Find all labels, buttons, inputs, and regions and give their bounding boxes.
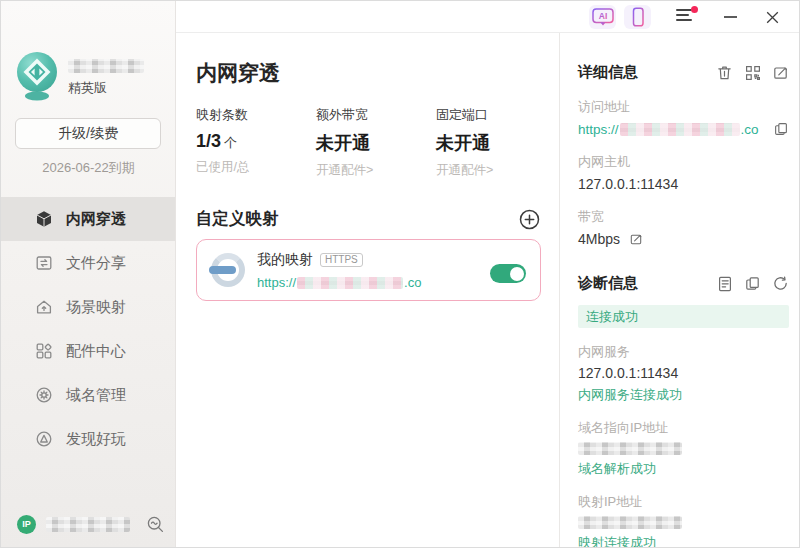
- detail-panel: 详细信息 访问地址 https:// .c: [559, 33, 799, 547]
- mapping-info: 我的映射 HTTPS https:// .co: [257, 251, 421, 290]
- notification-dot: [691, 6, 698, 13]
- network-diagnose-icon[interactable]: [146, 515, 165, 534]
- detail-header: 详细信息: [578, 63, 789, 82]
- upgrade-renew-button[interactable]: 升级/续费: [15, 118, 161, 149]
- diag-label: 内网服务: [578, 343, 789, 361]
- stat-value: 1/3: [196, 131, 221, 151]
- stat-label: 额外带宽: [316, 106, 434, 124]
- stat-extra-bandwidth: 额外带宽 未开通 开通配件>: [316, 106, 434, 179]
- delete-icon[interactable]: [716, 64, 733, 81]
- edit-bandwidth-icon[interactable]: [629, 232, 643, 246]
- sidebar-item-addons-center[interactable]: 配件中心: [1, 329, 175, 373]
- sidebar-item-label: 文件分享: [66, 254, 126, 273]
- account-section: 精英版: [15, 51, 144, 101]
- ai-icon: AI: [590, 6, 616, 29]
- diag-result: 内网服务连接成功: [578, 386, 789, 404]
- stat-label: 固定端口: [436, 106, 554, 124]
- mapping-enabled-toggle[interactable]: [490, 264, 526, 283]
- diag-result: 映射连接成功: [578, 534, 789, 548]
- detail-title: 详细信息: [578, 63, 716, 82]
- sidebar-item-domain-management[interactable]: 域名管理: [1, 373, 175, 417]
- section-title: 自定义映射: [196, 208, 519, 230]
- url-prefix: https://: [257, 275, 296, 290]
- mobile-app-button[interactable]: [624, 5, 651, 29]
- file-share-icon: [35, 254, 53, 272]
- sidebar-item-intranet-tunnel[interactable]: 内网穿透: [1, 197, 175, 241]
- bandwidth-row: 4Mbps: [578, 231, 789, 247]
- copy-icon[interactable]: [773, 121, 789, 137]
- expiry-date: 2026-06-22到期: [1, 159, 176, 177]
- browser-icon: [211, 253, 245, 287]
- sidebar-item-file-share[interactable]: 文件分享: [1, 241, 175, 285]
- cube-icon: [35, 210, 53, 228]
- copy-log-icon[interactable]: [744, 275, 761, 292]
- sidebar-item-label: 内网穿透: [66, 210, 126, 229]
- protocol-tag: HTTPS: [320, 253, 363, 267]
- url-prefix: https://: [578, 122, 619, 137]
- app-window: 精英版 升级/续费 2026-06-22到期 内网穿透 文件分享: [0, 0, 800, 548]
- sidebar-item-label: 域名管理: [66, 386, 126, 405]
- stat-sub: 已使用/总: [196, 159, 314, 176]
- ip-address-blurred: [46, 517, 130, 532]
- sidebar-item-scene-mapping[interactable]: 场景映射: [1, 285, 175, 329]
- mapping-card[interactable]: 我的映射 HTTPS https:// .co: [196, 239, 541, 301]
- house-arrow-icon: [35, 298, 53, 316]
- qr-code-icon[interactable]: [744, 64, 761, 81]
- app-logo-icon: [15, 51, 59, 101]
- url-suffix: .co: [741, 122, 759, 137]
- compass-a-icon: [35, 430, 53, 448]
- close-button[interactable]: [764, 9, 781, 26]
- connection-status-banner: 连接成功: [578, 305, 789, 328]
- stats-row: 映射条数 1/3个 已使用/总 额外带宽 未开通 开通配件> 固定端口 未开通 …: [196, 106, 559, 179]
- mapping-ip-blurred: [578, 516, 682, 529]
- sidebar-menu: 内网穿透 文件分享 场景映射: [1, 197, 175, 461]
- ip-badge: IP: [17, 515, 36, 534]
- edit-icon[interactable]: [772, 64, 789, 81]
- title-bar: AI: [176, 1, 799, 33]
- intranet-host-value: 127.0.0.1:11434: [578, 176, 789, 192]
- custom-mapping-header: 自定义映射: [196, 208, 540, 230]
- access-address-label: 访问地址: [578, 98, 789, 116]
- page-title: 内网穿透: [196, 59, 559, 87]
- bandwidth-label: 带宽: [578, 208, 789, 226]
- add-mapping-button[interactable]: [519, 209, 540, 230]
- diag-label: 映射IP地址: [578, 493, 789, 511]
- stat-value: 未开通: [436, 131, 554, 155]
- blocks-icon: [35, 342, 53, 360]
- diagnosis-header: 诊断信息: [578, 274, 789, 293]
- diag-label: 域名指向IP地址: [578, 419, 789, 437]
- url-blurred: [297, 277, 403, 289]
- main-menu-button[interactable]: [676, 9, 696, 25]
- sidebar: 精英版 升级/续费 2026-06-22到期 内网穿透 文件分享: [1, 1, 176, 547]
- sidebar-item-label: 配件中心: [66, 342, 126, 361]
- phone-icon: [625, 6, 651, 29]
- minimize-icon: [724, 16, 737, 18]
- access-url-blurred: [620, 123, 740, 136]
- sidebar-item-label: 场景映射: [66, 298, 126, 317]
- report-icon[interactable]: [716, 275, 733, 292]
- access-address-row: https:// .co: [578, 121, 789, 137]
- url-suffix: .co: [404, 275, 421, 290]
- edition-label: 精英版: [68, 79, 144, 97]
- main-content: 内网穿透 映射条数 1/3个 已使用/总 额外带宽 未开通 开通配件> 固定端口…: [177, 33, 559, 547]
- sidebar-footer: IP: [17, 514, 165, 534]
- stat-label: 映射条数: [196, 106, 314, 124]
- mapping-url[interactable]: https:// .co: [257, 275, 421, 290]
- minimize-button[interactable]: [724, 7, 738, 27]
- diagnosis-item-service: 内网服务 127.0.0.1:11434 内网服务连接成功: [578, 343, 789, 404]
- account-name-blurred: [68, 59, 144, 73]
- ai-assistant-button[interactable]: AI: [589, 5, 616, 29]
- stat-sub-link[interactable]: 开通配件>: [316, 162, 434, 179]
- sidebar-item-label: 发现好玩: [66, 430, 126, 449]
- stat-unit: 个: [224, 135, 237, 150]
- ai-icon-label: AI: [598, 11, 607, 21]
- bandwidth-value: 4Mbps: [578, 231, 620, 247]
- diag-value: 127.0.0.1:11434: [578, 365, 789, 381]
- sidebar-item-discover[interactable]: 发现好玩: [1, 417, 175, 461]
- stat-value: 未开通: [316, 131, 434, 155]
- stat-sub-link[interactable]: 开通配件>: [436, 162, 554, 179]
- intranet-host-label: 内网主机: [578, 153, 789, 171]
- diag-result: 域名解析成功: [578, 460, 789, 478]
- mapping-name: 我的映射: [257, 251, 313, 269]
- refresh-icon[interactable]: [772, 275, 789, 292]
